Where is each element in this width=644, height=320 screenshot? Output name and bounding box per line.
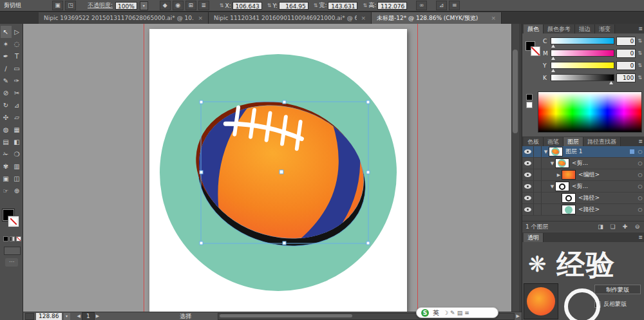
- status-menu-icon[interactable]: [25, 313, 34, 320]
- spinner-icon[interactable]: ⇅: [638, 75, 642, 80]
- blend-tool[interactable]: ❍: [12, 148, 23, 160]
- slider-marker[interactable]: [551, 57, 555, 60]
- rectangle-tool[interactable]: ▭: [12, 62, 23, 75]
- layer-name[interactable]: <路径>: [578, 205, 636, 214]
- target-icon[interactable]: ○: [636, 172, 644, 178]
- moon-icon[interactable]: ☽: [443, 310, 448, 316]
- lock-toggle[interactable]: [534, 193, 542, 203]
- width-tool[interactable]: ✣: [1, 111, 12, 124]
- lock-toggle[interactable]: [534, 181, 542, 192]
- invert-mask-checkbox[interactable]: [594, 301, 601, 308]
- black-swatch[interactable]: [526, 94, 533, 100]
- zoom-tool[interactable]: ⊕: [12, 185, 23, 197]
- layer-row[interactable]: <路径> ○: [522, 204, 644, 216]
- opacity-label[interactable]: 不透明度:: [88, 1, 113, 10]
- visibility-toggle[interactable]: [522, 193, 534, 203]
- transform-options-icon[interactable]: ≣: [198, 1, 209, 10]
- visibility-toggle[interactable]: [522, 204, 534, 215]
- opacity-dropdown-icon[interactable]: ▾: [140, 1, 148, 10]
- channel-value-input[interactable]: 100: [616, 73, 636, 82]
- zoom-level-input[interactable]: 128.86: [36, 313, 62, 320]
- panel-tab[interactable]: 路径查找器: [583, 137, 621, 146]
- slice-tool[interactable]: ◫: [12, 173, 23, 185]
- fill-stroke-indicator[interactable]: [526, 41, 541, 57]
- spinner-icon[interactable]: ⇅: [220, 3, 224, 8]
- toolbar-options-button[interactable]: ⋯: [5, 258, 18, 267]
- panel-menu-icon[interactable]: ≣: [638, 138, 643, 144]
- slider-marker[interactable]: [551, 69, 555, 72]
- delete-layer-icon[interactable]: ⊖: [633, 223, 641, 231]
- lock-toggle[interactable]: [534, 204, 542, 215]
- channel-value-input[interactable]: 0: [616, 49, 636, 58]
- transform-value-input[interactable]: 106.643: [232, 2, 262, 10]
- panel-tab[interactable]: 颜色参考: [544, 24, 575, 33]
- target-icon[interactable]: ○: [636, 195, 644, 201]
- channel-value-input[interactable]: 0: [616, 37, 636, 46]
- pencil-tool[interactable]: ✑: [12, 75, 23, 87]
- panel-tab[interactable]: 色板: [524, 137, 544, 146]
- paintbrush-tool[interactable]: ✎: [1, 75, 12, 87]
- layer-name[interactable]: <剪...: [572, 182, 636, 191]
- canvas[interactable]: [23, 24, 519, 312]
- shear-icon[interactable]: ⊿: [436, 1, 447, 10]
- expand-arrow-icon[interactable]: ▼: [543, 149, 549, 155]
- panel-tab[interactable]: 渐变: [595, 24, 615, 33]
- expand-arrow-icon[interactable]: ▼: [549, 161, 555, 166]
- spinner-icon[interactable]: ⇅: [638, 38, 642, 44]
- panel-menu-icon[interactable]: ≣: [638, 26, 643, 32]
- target-icon[interactable]: ○: [636, 184, 644, 189]
- color-spectrum[interactable]: [538, 91, 642, 133]
- horizontal-scrollbar-thumb[interactable]: [220, 314, 352, 317]
- document-tab[interactable]: Nipic 19369522 20150131170628065000.ai* …: [39, 12, 209, 24]
- panel-tab[interactable]: 图层: [564, 137, 583, 146]
- white-swatch[interactable]: [526, 102, 533, 108]
- recolor-artwork-icon[interactable]: ◉: [173, 1, 184, 10]
- layer-row[interactable]: ▶ <编组> ○: [522, 169, 644, 181]
- gradient-mode-icon[interactable]: [10, 236, 15, 241]
- close-icon[interactable]: ×: [361, 15, 366, 21]
- panel-menu-icon[interactable]: ≣: [638, 234, 643, 240]
- object-thumbnail[interactable]: [524, 283, 558, 319]
- close-icon[interactable]: ×: [198, 15, 203, 21]
- panel-tab[interactable]: 画笔: [544, 137, 564, 146]
- artboard[interactable]: [149, 29, 407, 312]
- visibility-toggle[interactable]: [522, 169, 534, 180]
- select-similar-icon[interactable]: ▣: [52, 1, 63, 10]
- gradient-tool[interactable]: ◧: [12, 136, 23, 148]
- expand-arrow-icon[interactable]: ▶: [556, 173, 562, 178]
- layer-name[interactable]: <剪...: [572, 159, 636, 167]
- free-transform-tool[interactable]: ▱: [12, 111, 23, 124]
- slider-marker[interactable]: [551, 44, 555, 48]
- visibility-toggle[interactable]: [522, 181, 534, 192]
- document-tab[interactable]: 未标题-12* @ 128.86% (CMYK/预览) ×: [372, 12, 502, 24]
- artboard-tool[interactable]: ▣: [1, 173, 12, 185]
- graphic-style-icon[interactable]: ◆: [160, 1, 171, 10]
- lasso-tool[interactable]: ◌: [12, 38, 23, 50]
- layer-row[interactable]: <路径> ○: [522, 193, 644, 204]
- transform-value-input[interactable]: 143.631: [328, 2, 357, 10]
- shape-builder-tool[interactable]: ◍: [1, 124, 12, 136]
- mesh-tool[interactable]: ▤: [1, 136, 12, 148]
- toolbox-icon[interactable]: ≡: [464, 310, 469, 316]
- line-segment-tool[interactable]: ∕: [1, 62, 12, 75]
- target-icon[interactable]: ○: [636, 149, 644, 155]
- panel-tab[interactable]: 描边: [575, 24, 595, 33]
- none-mode-icon[interactable]: [16, 236, 21, 241]
- type-tool[interactable]: T: [12, 50, 23, 62]
- screen-mode-button[interactable]: [4, 247, 21, 255]
- spinner-icon[interactable]: ⇅: [638, 62, 642, 68]
- expand-arrow-icon[interactable]: ▼: [549, 184, 555, 189]
- visibility-toggle[interactable]: [522, 146, 534, 157]
- scroll-right-icon[interactable]: ▶: [516, 314, 520, 319]
- symbol-sprayer-tool[interactable]: ✾: [1, 160, 12, 173]
- lock-toggle[interactable]: [534, 146, 542, 157]
- eraser-tool[interactable]: ⊘: [1, 87, 12, 99]
- close-icon[interactable]: ×: [491, 15, 496, 21]
- document-tab[interactable]: Nipic 11120341 20160901100946921000.ai* …: [209, 12, 372, 24]
- sogou-logo-icon[interactable]: S: [421, 309, 429, 317]
- lock-toggle[interactable]: [534, 169, 542, 180]
- pen-tool[interactable]: ✒: [1, 50, 12, 62]
- channel-slider[interactable]: [551, 50, 614, 57]
- layer-row[interactable]: ▼ 图层 1 ○: [522, 146, 644, 158]
- hand-tool[interactable]: ☞: [1, 185, 12, 197]
